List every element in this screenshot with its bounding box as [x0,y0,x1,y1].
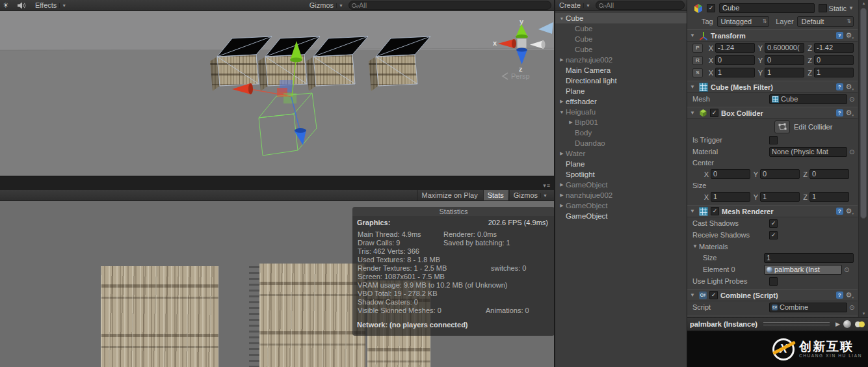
effects-dropdown[interactable]: Effects ▼ [31,1,70,10]
layer-dropdown[interactable]: Default ⇅ [797,16,854,27]
axis-field[interactable]: -1.42 [814,43,854,53]
component-enabled-checkbox[interactable] [709,291,718,299]
scene-search-input[interactable]: ▾ All [349,1,551,10]
hierarchy-item-cube[interactable]: ▼Cube [555,13,687,23]
hierarchy-item-duandao[interactable]: Duandao [555,138,687,148]
gizmo-center-cube[interactable] [517,38,527,48]
help-icon[interactable]: ? [836,292,843,299]
axis-field[interactable]: -1.24 [715,43,755,53]
inspector-scrollbar[interactable]: ▲ ▼ [858,0,868,317]
materials-size-field[interactable]: 1 [764,253,854,263]
foldout-arrow[interactable]: ▶ [567,120,575,125]
foldout-arrow[interactable]: ▼ [690,208,696,214]
game-canvas[interactable]: Statistics Graphics: 202.6 FPS (4.9ms) M… [0,201,554,367]
gameobject-enabled-checkbox[interactable] [707,4,715,12]
box-collider-header[interactable]: ▼ Box Collider ? ⚙ [687,107,858,119]
scene-canvas[interactable]: y x z Persp [0,11,554,176]
axis-field[interactable]: 0 [760,169,800,179]
axis-field[interactable]: 1 [711,192,750,202]
physic-material-field[interactable]: None (Physic Mat [769,147,847,157]
foldout-arrow[interactable]: ▶ [558,99,566,104]
scrollbar-thumb[interactable] [860,8,867,219]
axis-field[interactable]: 0 [814,55,854,65]
axis-mode-button[interactable]: P [692,44,703,53]
axis-mode-button[interactable]: S [692,68,703,77]
hierarchy-item-gameobject[interactable]: ▶GameObject [555,200,687,211]
preview-drag-handle[interactable] [763,322,830,327]
help-icon[interactable]: ? [836,83,843,90]
static-dropdown-icon[interactable]: ▼ [848,5,854,11]
hierarchy-item-directional-light[interactable]: Directional light [555,75,687,86]
use-light-probes-checkbox[interactable] [769,277,778,286]
hierarchy-item-gameobject[interactable]: GameObject [555,211,687,221]
axis-field[interactable]: 1 [760,192,800,202]
hierarchy-item-effshader[interactable]: ▶effshader [555,96,687,107]
object-picker-icon[interactable]: ⊙ [849,148,854,156]
receive-shadows-checkbox[interactable] [769,231,778,239]
gear-icon[interactable]: ⚙ [846,109,854,117]
transform-header[interactable]: ▼ Transform ? ⚙ [687,29,858,42]
hierarchy-item-cube[interactable]: Cube [555,23,687,34]
foldout-arrow[interactable]: ▶ [558,182,566,187]
axis-field[interactable]: 1 [814,68,854,77]
foldout-arrow[interactable]: ▼ [692,243,699,249]
axis-field[interactable]: 1 [715,68,755,77]
gear-icon[interactable]: ⚙ [846,291,854,299]
axis-field[interactable]: 0 [711,169,750,179]
hierarchy-item-plane[interactable]: Plane [555,159,687,169]
foldout-arrow[interactable]: ▼ [690,84,696,90]
hierarchy-item-spotlight[interactable]: Spotlight [555,169,687,180]
foldout-arrow[interactable]: ▼ [690,292,696,298]
object-picker-icon[interactable]: ⊙ [849,304,854,311]
gear-icon[interactable]: ⚙ [846,207,854,215]
tag-dropdown[interactable]: Untagged ⇅ [717,16,770,27]
axis-field[interactable]: 1 [765,68,804,77]
stats-button[interactable]: Stats [483,190,508,200]
scene-lighting-icon[interactable]: ☀ [0,1,12,10]
element0-material-field[interactable]: palmbark (Inst [764,265,842,275]
axis-field[interactable]: 0 [715,55,755,65]
foldout-arrow[interactable]: ▼ [558,16,566,21]
hierarchy-item-plane[interactable]: Plane [555,86,687,96]
persp-label[interactable]: Persp [511,72,530,80]
object-picker-icon[interactable]: ⊙ [849,96,854,103]
preview-sphere-icon[interactable] [843,320,851,328]
hierarchy-search-input[interactable]: ▾ All [596,1,685,10]
edit-collider-button[interactable]: Edit Collider [774,120,832,133]
help-icon[interactable]: ? [836,208,843,215]
hierarchy-item-water[interactable]: ▶Water [555,148,687,159]
axis-mode-button[interactable]: R [692,56,703,65]
hierarchy-item-gameobject[interactable]: ▶GameObject [555,180,687,190]
axis-field[interactable]: 1 [809,192,849,202]
create-dropdown[interactable]: Create ▼ [555,1,594,10]
component-enabled-checkbox[interactable] [710,109,718,117]
mesh-filter-header[interactable]: ▼ Cube (Mesh Filter) ? ⚙ [687,81,858,93]
gear-icon[interactable]: ⚙ [846,83,854,91]
hierarchy-item-body[interactable]: Body [555,128,687,138]
axis-field[interactable]: 0.600000( [765,43,804,53]
is-trigger-checkbox[interactable] [769,136,778,144]
help-icon[interactable]: ? [836,32,843,39]
axis-field[interactable]: 0 [809,169,849,179]
mesh-object-field[interactable]: Cube [769,94,847,104]
hierarchy-item-bip001[interactable]: ▶Bip001 [555,117,687,128]
foldout-arrow[interactable]: ▼ [558,110,566,115]
foldout-arrow[interactable]: ▶ [558,57,566,62]
game-gizmos-dropdown[interactable]: Gizmos ▼ [509,190,551,200]
material-preview-bar[interactable]: palmbark (Instance) ▶ [687,317,868,331]
axis-field[interactable]: 0 [765,55,804,65]
combine-script-header[interactable]: ▼ C# Combine (Script) ? ⚙ [687,289,858,301]
scene-audio-button[interactable] [13,1,30,10]
script-object-field[interactable]: C# Combine [769,303,847,312]
component-enabled-checkbox[interactable] [711,207,719,215]
foldout-arrow[interactable]: ▶ [558,193,566,198]
hierarchy-item-cube[interactable]: Cube [555,34,687,44]
mesh-renderer-header[interactable]: ▼ Mesh Renderer ? ⚙ [687,205,858,217]
foldout-arrow[interactable]: ▼ [690,33,696,38]
object-picker-icon[interactable]: ⊙ [844,266,849,273]
scroll-down-icon[interactable]: ▼ [859,312,868,316]
panel-menu-icon[interactable]: ▾≡ [543,182,551,189]
scroll-up-icon[interactable]: ▲ [859,1,868,5]
hierarchy-item-nanzhujue002[interactable]: ▶nanzhujue002 [555,55,687,65]
hierarchy-item-cube[interactable]: Cube [555,44,687,55]
